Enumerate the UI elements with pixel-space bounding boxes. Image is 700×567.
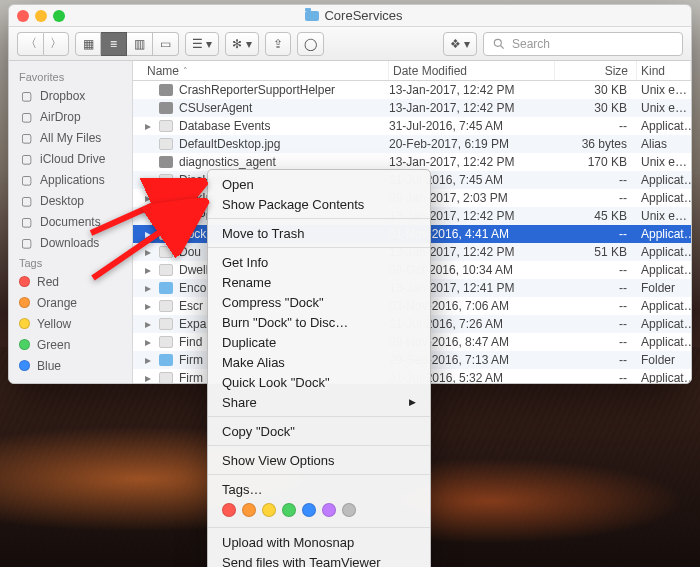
col-date[interactable]: Date Modified bbox=[389, 61, 555, 80]
dropbox-button[interactable]: ❖ ▾ bbox=[443, 32, 477, 56]
applications-icon: ▢ bbox=[19, 173, 33, 187]
file-date: 13-Jan-2017, 12:42 PM bbox=[389, 155, 555, 169]
view-icon-button[interactable]: ▦ bbox=[75, 32, 101, 56]
file-kind: Applicat… bbox=[637, 173, 691, 187]
sidebar-item-label: Dropbox bbox=[40, 89, 85, 103]
table-row[interactable]: CrashReporterSupportHelper13-Jan-2017, 1… bbox=[133, 81, 691, 99]
sidebar-item-label: Green bbox=[37, 338, 70, 352]
allfiles-icon: ▢ bbox=[19, 131, 33, 145]
file-kind: Applicat… bbox=[637, 317, 691, 331]
search-icon bbox=[492, 37, 506, 51]
menu-separator bbox=[208, 218, 430, 219]
file-date: 13-Jan-2017, 12:42 PM bbox=[389, 101, 555, 115]
view-list-button[interactable]: ≡ bbox=[101, 32, 127, 56]
file-name: Escr bbox=[179, 299, 203, 313]
tag-dot-icon[interactable] bbox=[322, 503, 336, 517]
back-button[interactable]: 〈 bbox=[17, 32, 43, 56]
folder-icon bbox=[305, 11, 319, 21]
tag-dot-icon[interactable] bbox=[302, 503, 316, 517]
menu-item-make-alias[interactable]: Make Alias bbox=[208, 352, 430, 372]
menu-item-quick-look-dock[interactable]: Quick Look "Dock" bbox=[208, 372, 430, 392]
file-kind: Unix e… bbox=[637, 155, 691, 169]
menu-item-show-view-options[interactable]: Show View Options bbox=[208, 450, 430, 470]
submenu-arrow-icon: ▶ bbox=[409, 397, 416, 407]
disclosure-icon[interactable]: ▸ bbox=[143, 317, 153, 331]
sidebar-item-icloud-drive[interactable]: ▢iCloud Drive bbox=[9, 148, 132, 169]
col-kind[interactable]: Kind bbox=[637, 61, 691, 80]
disclosure-icon[interactable]: ▸ bbox=[143, 119, 153, 133]
file-kind: Applicat… bbox=[637, 371, 691, 383]
tag-dot-icon[interactable] bbox=[242, 503, 256, 517]
sidebar-item-orange[interactable]: Orange bbox=[9, 292, 132, 313]
menu-item-send-files-with-teamviewer[interactable]: Send files with TeamViewer bbox=[208, 552, 430, 567]
file-kind: Applicat… bbox=[637, 119, 691, 133]
tags-button[interactable]: ◯ bbox=[297, 32, 324, 56]
disclosure-icon[interactable]: ▸ bbox=[143, 371, 153, 383]
menu-item-copy-dock[interactable]: Copy "Dock" bbox=[208, 421, 430, 441]
file-name: Database Events bbox=[179, 119, 270, 133]
sidebar-item-green[interactable]: Green bbox=[9, 334, 132, 355]
menu-item-share[interactable]: Share▶ bbox=[208, 392, 430, 412]
menu-item-compress-dock[interactable]: Compress "Dock" bbox=[208, 292, 430, 312]
disclosure-icon[interactable]: ▸ bbox=[143, 335, 153, 349]
tag-dot-icon[interactable] bbox=[342, 503, 356, 517]
search-field[interactable]: Search bbox=[483, 32, 683, 56]
table-row[interactable]: CSUserAgent13-Jan-2017, 12:42 PM30 KBUni… bbox=[133, 99, 691, 117]
menu-separator bbox=[208, 527, 430, 528]
menu-item-move-to-trash[interactable]: Move to Trash bbox=[208, 223, 430, 243]
menu-item-get-info[interactable]: Get Info bbox=[208, 252, 430, 272]
window-title-label: CoreServices bbox=[324, 8, 402, 23]
file-kind: Applicat… bbox=[637, 299, 691, 313]
file-icon bbox=[159, 336, 173, 348]
view-gallery-button[interactable]: ▭ bbox=[153, 32, 179, 56]
menu-item-duplicate[interactable]: Duplicate bbox=[208, 332, 430, 352]
action-button[interactable]: ✻ ▾ bbox=[225, 32, 258, 56]
file-size: -- bbox=[555, 191, 637, 205]
file-kind: Applicat… bbox=[637, 191, 691, 205]
menu-item-rename[interactable]: Rename bbox=[208, 272, 430, 292]
zoom-button[interactable] bbox=[53, 10, 65, 22]
col-size[interactable]: Size bbox=[555, 61, 637, 80]
disclosure-icon[interactable]: ▸ bbox=[143, 299, 153, 313]
menu-item-label: Make Alias bbox=[222, 355, 285, 370]
col-name[interactable]: Name˄ bbox=[143, 61, 389, 80]
file-kind: Unix e… bbox=[637, 83, 691, 97]
table-row[interactable]: DefaultDesktop.jpg20-Feb-2017, 6:19 PM36… bbox=[133, 135, 691, 153]
tag-dot-icon[interactable] bbox=[222, 503, 236, 517]
menu-item-label: Open bbox=[222, 177, 254, 192]
sidebar-item-blue[interactable]: Blue bbox=[9, 355, 132, 376]
arrange-button[interactable]: ☰ ▾ bbox=[185, 32, 219, 56]
downloads-icon: ▢ bbox=[19, 236, 33, 250]
share-button[interactable]: ⇪ bbox=[265, 32, 291, 56]
sidebar-item-all-my-files[interactable]: ▢All My Files bbox=[9, 127, 132, 148]
tag-dot-icon[interactable] bbox=[282, 503, 296, 517]
forward-button[interactable]: 〉 bbox=[43, 32, 69, 56]
file-size: 36 bytes bbox=[555, 137, 637, 151]
file-size: -- bbox=[555, 299, 637, 313]
toolbar: 〈 〉 ▦ ≡ ▥ ▭ ☰ ▾ ✻ ▾ ⇪ ◯ ❖ ▾ Search bbox=[9, 27, 691, 61]
table-row[interactable]: ▸Database Events31-Jul-2016, 7:45 AM--Ap… bbox=[133, 117, 691, 135]
minimize-button[interactable] bbox=[35, 10, 47, 22]
sidebar-item-label: Yellow bbox=[37, 317, 71, 331]
annotation-arrow bbox=[88, 198, 218, 284]
file-size: -- bbox=[555, 227, 637, 241]
view-column-button[interactable]: ▥ bbox=[127, 32, 153, 56]
tag-dot-icon bbox=[19, 276, 30, 287]
menu-item-show-package-contents[interactable]: Show Package Contents bbox=[208, 194, 430, 214]
sidebar-item-airdrop[interactable]: ▢AirDrop bbox=[9, 106, 132, 127]
tag-dot-icon[interactable] bbox=[262, 503, 276, 517]
file-name: Find bbox=[179, 335, 202, 349]
menu-item-open[interactable]: Open bbox=[208, 174, 430, 194]
menu-item-burn-dock-to-disc[interactable]: Burn "Dock" to Disc… bbox=[208, 312, 430, 332]
search-placeholder: Search bbox=[512, 37, 550, 51]
menu-item-label: Quick Look "Dock" bbox=[222, 375, 330, 390]
menu-item-upload-with-monosnap[interactable]: Upload with Monosnap bbox=[208, 532, 430, 552]
sidebar-item-dropbox[interactable]: ▢Dropbox bbox=[9, 85, 132, 106]
desktop-icon: ▢ bbox=[19, 194, 33, 208]
disclosure-icon[interactable]: ▸ bbox=[143, 353, 153, 367]
sidebar-item-yellow[interactable]: Yellow bbox=[9, 313, 132, 334]
close-button[interactable] bbox=[17, 10, 29, 22]
menu-item-tags[interactable]: Tags… bbox=[208, 479, 430, 499]
file-size: -- bbox=[555, 371, 637, 383]
menu-separator bbox=[208, 247, 430, 248]
